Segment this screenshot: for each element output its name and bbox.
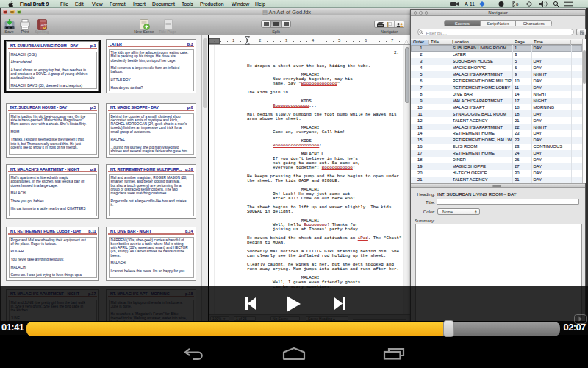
svg-text:11: 11 — [470, 1, 475, 7]
svg-text:A: A — [465, 1, 468, 7]
svg-text:Abc: Abc — [40, 22, 48, 26]
svg-text:0: 0 — [516, 2, 519, 7]
